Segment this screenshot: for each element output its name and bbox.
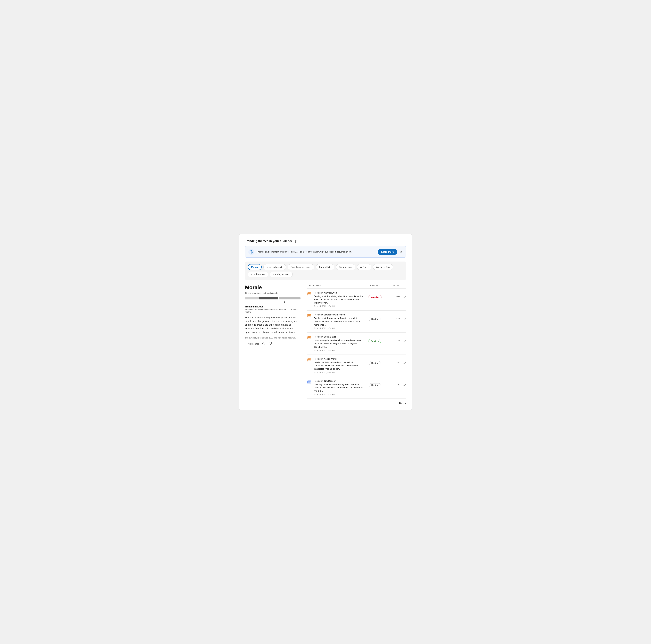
message-icon xyxy=(307,358,312,363)
trend-button[interactable] xyxy=(402,361,406,366)
trending-label: Trending neutral xyxy=(245,305,301,308)
conv-views: 352 xyxy=(385,380,400,386)
theme-tab-data-security[interactable]: Data security xyxy=(336,264,355,270)
svg-rect-18 xyxy=(307,381,311,383)
banner-text: Themes and sentiment are powered by AI. … xyxy=(256,251,375,253)
svg-rect-14 xyxy=(307,359,311,361)
conv-author: Posted by Amy Nguyen xyxy=(314,292,364,294)
conv-text: Feeling a bit down lately about the team… xyxy=(314,295,364,305)
theme-tab-wellness-day[interactable]: Wellness Day xyxy=(373,264,393,270)
col-header-views[interactable]: Views ↓ xyxy=(385,284,400,287)
page-title-row: Trending themes in your audience i xyxy=(245,240,406,243)
main-container: Trending themes in your audience i Theme… xyxy=(239,234,412,410)
sentiment-badge: Neutral xyxy=(369,361,381,365)
conv-author: Posted by Tim Deboer xyxy=(314,380,364,382)
trending-desc: Sentiment across conversations with this… xyxy=(245,309,301,313)
sentiment-badge: Neutral xyxy=(369,317,381,321)
conv-text: Lately, I've felt frustrated with the la… xyxy=(314,361,364,371)
conv-views: 477 xyxy=(385,313,400,320)
main-content: Morale 15 conversations • 275 participan… xyxy=(245,284,406,405)
ai-banner: Themes and sentiment are powered by AI. … xyxy=(245,246,406,257)
svg-rect-10 xyxy=(307,337,311,339)
conv-author: Posted by Astrid Wong xyxy=(314,358,364,360)
next-chevron-icon: › xyxy=(405,402,406,404)
trend-button[interactable] xyxy=(402,339,406,343)
theme-tab-supply-chain-issues[interactable]: Supply chain issues xyxy=(288,264,314,270)
theme-tab-year-end-results[interactable]: Year end results xyxy=(264,264,286,270)
sentiment-bar: ▲ xyxy=(245,297,301,303)
theme-meta: 15 conversations • 275 participants xyxy=(245,292,301,294)
theme-title: Morale xyxy=(245,284,301,290)
ai-footer: ✦ AI-generated xyxy=(245,342,301,346)
svg-point-1 xyxy=(251,251,251,251)
bar-negative xyxy=(245,297,259,300)
sentiment-badge: Positive xyxy=(369,339,381,343)
conv-views: 413 xyxy=(385,336,400,342)
conv-author: Posted by Lawrence Gilbertson xyxy=(314,313,364,316)
col-header-conversations: Conversations xyxy=(307,284,364,287)
conv-views: 589 xyxy=(385,292,400,298)
conv-date: June 14, 2023, 9:34 AM xyxy=(314,327,364,330)
conversation-row: Posted by Amy Nguyen Feeling a bit down … xyxy=(307,289,406,311)
left-panel: Morale 15 conversations • 275 participan… xyxy=(245,284,301,346)
col-header-sentiment: Sentiment xyxy=(364,284,385,287)
bar-positive xyxy=(279,297,301,300)
sort-arrow: ↓ xyxy=(399,284,400,286)
theme-tab-team-offsite[interactable]: Team offsite xyxy=(316,264,334,270)
ai-star-icon: ✦ xyxy=(245,343,247,345)
thumbs-up-button[interactable] xyxy=(261,342,266,346)
message-icon xyxy=(307,292,312,297)
conversation-row: Posted by Lawrence Gilbertson Feeling a … xyxy=(307,311,406,333)
svg-rect-2 xyxy=(307,293,311,295)
conv-date: June 14, 2023, 9:34 AM xyxy=(314,305,364,307)
trend-button[interactable] xyxy=(402,317,406,321)
banner-close-button[interactable]: × xyxy=(400,250,403,254)
svg-rect-6 xyxy=(307,314,311,317)
ai-generated-label: AI-generated xyxy=(248,343,259,345)
theme-tab-ai-job-impact[interactable]: AI Job Impact xyxy=(248,272,268,277)
conv-text: Noticing some tension brewing within the… xyxy=(314,383,364,393)
theme-tab-ai-bugs[interactable]: AI Bugs xyxy=(357,264,371,270)
next-button[interactable]: Next › xyxy=(399,402,406,404)
right-panel: Conversations Sentiment Views ↓ xyxy=(307,284,406,405)
page-title: Trending themes in your audience xyxy=(245,240,293,243)
trend-button[interactable] xyxy=(402,383,406,388)
conv-text: Feeling a bit disconnected from the team… xyxy=(314,316,364,327)
theme-tab-morale[interactable]: Morale xyxy=(248,264,262,270)
message-icon xyxy=(307,380,312,385)
bar-arrow: ▲ xyxy=(268,300,301,303)
themes-tabs: MoraleYear end resultsSupply chain issue… xyxy=(245,262,406,280)
banner-icon xyxy=(248,249,254,255)
conv-date: June 14, 2023, 9:34 AM xyxy=(314,393,364,396)
conv-views: 376 xyxy=(385,358,400,364)
trend-button[interactable] xyxy=(402,295,406,300)
conv-text: Love seeing the positive vibes spreading… xyxy=(314,339,364,349)
conversation-row: Posted by Astrid Wong Lately, I've felt … xyxy=(307,355,406,377)
conversation-row: Posted by Tim Deboer Noticing some tensi… xyxy=(307,377,406,399)
message-icon xyxy=(307,336,312,340)
learn-more-button[interactable]: Learn more xyxy=(378,249,397,255)
conv-author: Posted by Lydia Bauer xyxy=(314,336,364,338)
theme-description: Your audience is sharing their feelings … xyxy=(245,316,301,334)
theme-tab-hacking-incident[interactable]: Hacking incident xyxy=(270,272,293,277)
info-icon[interactable]: i xyxy=(294,240,297,243)
sentiment-badge: Neutral xyxy=(369,383,381,387)
thumbs-down-button[interactable] xyxy=(268,342,272,346)
conv-date: June 14, 2023, 9:34 AM xyxy=(314,371,364,374)
sentiment-badge: Negative xyxy=(368,295,381,299)
conversation-row: Posted by Lydia Bauer Love seeing the po… xyxy=(307,333,406,355)
conversations-list: Posted by Amy Nguyen Feeling a bit down … xyxy=(307,289,406,399)
message-icon xyxy=(307,314,312,318)
table-header: Conversations Sentiment Views ↓ xyxy=(307,284,406,289)
bar-neutral xyxy=(259,297,278,300)
ai-generated-badge: ✦ AI-generated xyxy=(245,343,259,345)
ai-disclaimer: The summary is generated by AI and may n… xyxy=(245,337,301,339)
pagination: Next › xyxy=(307,402,406,404)
conv-date: June 14, 2023, 9:34 AM xyxy=(314,349,364,351)
